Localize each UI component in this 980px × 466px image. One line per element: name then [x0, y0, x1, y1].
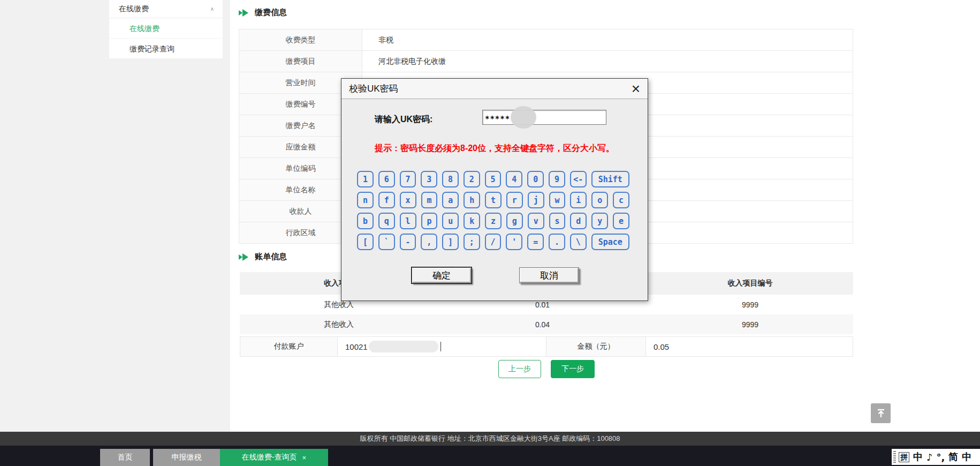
key-m[interactable]: m	[421, 192, 438, 208]
section-arrow-icon	[239, 253, 249, 261]
ime-width-mode-icon[interactable]: ♪	[926, 452, 933, 463]
tab-tax-declaration[interactable]: 申报缴税	[153, 449, 220, 466]
key-1[interactable]: 1	[357, 171, 374, 187]
key-p[interactable]: p	[421, 213, 438, 229]
key-x[interactable]: x	[400, 192, 416, 208]
payment-info-title: 缴费信息	[255, 7, 287, 18]
back-to-top-button[interactable]	[871, 403, 891, 423]
key-f[interactable]: f	[378, 192, 395, 208]
uk-password-input[interactable]: *****	[482, 110, 606, 125]
key-[[interactable]: [	[357, 234, 374, 250]
cancel-button[interactable]: 取消	[519, 267, 579, 283]
sidebar-item-online-payment[interactable]: 在线缴费	[109, 18, 223, 39]
key-7[interactable]: 7	[400, 171, 416, 187]
chevron-up-icon: ∧	[210, 6, 214, 12]
key-][interactable]: ]	[442, 234, 459, 250]
key-`[interactable]: `	[378, 234, 395, 250]
left-background	[0, 0, 230, 432]
key-,[interactable]: ,	[421, 234, 437, 250]
key-q[interactable]: q	[378, 213, 395, 229]
tab-label: 在线缴费-查询页	[242, 453, 297, 462]
ime-chinese-mode[interactable]: 中	[913, 450, 923, 463]
key--[interactable]: -	[400, 234, 416, 250]
key-i[interactable]: i	[570, 192, 587, 208]
key-h[interactable]: h	[464, 192, 480, 208]
password-redaction	[511, 106, 536, 129]
ime-drag-handle[interactable]	[893, 451, 896, 463]
key-9[interactable]: 9	[549, 171, 565, 187]
ime-pinyin-mode[interactable]: 拼	[899, 452, 909, 462]
key-z[interactable]: z	[485, 213, 502, 229]
ok-button[interactable]: 确定	[412, 267, 472, 283]
table-row: 缴费项目河北非税电子化收缴	[239, 51, 853, 72]
key-2[interactable]: 2	[464, 171, 480, 187]
key-l[interactable]: l	[400, 213, 416, 229]
key-8[interactable]: 8	[442, 171, 459, 187]
key-5[interactable]: 5	[485, 171, 502, 187]
row-label: 收费类型	[239, 29, 362, 50]
key-v[interactable]: v	[528, 213, 544, 229]
key-w[interactable]: w	[549, 192, 566, 208]
password-hint: 提示：密码长度必须为8-20位，支持全键盘字符，区分大小写。	[341, 143, 648, 154]
key-4[interactable]: 4	[506, 171, 522, 187]
key-\[interactable]: \	[570, 234, 587, 250]
ime-punctuation-mode[interactable]: °,	[937, 452, 945, 463]
key-s[interactable]: s	[549, 213, 566, 229]
footer: 版权所有 中国邮政储蓄银行 地址：北京市西城区金融大街3号A座 邮政编码：100…	[0, 432, 980, 446]
cell-income-code: 9999	[647, 314, 853, 334]
key-u[interactable]: u	[442, 213, 459, 229]
sidebar-group-online-payment[interactable]: 在线缴费 ∧	[109, 0, 223, 18]
key-k[interactable]: k	[464, 213, 480, 229]
prev-step-button[interactable]: 上一步	[498, 360, 541, 378]
key-y[interactable]: y	[591, 213, 608, 229]
close-icon[interactable]: ×	[632, 81, 640, 96]
taskbar: 首页 申报缴税 在线缴费-查询页 ×	[0, 446, 980, 466]
sidebar: 在线缴费 ∧ 在线缴费 缴费记录查询	[109, 0, 223, 59]
copyright-text: 版权所有 中国邮政储蓄银行 地址：北京市西城区金融大街3号A座 邮政编码：100…	[360, 434, 620, 444]
payment-account-label: 付款账户	[240, 337, 338, 356]
key-n[interactable]: n	[357, 192, 374, 208]
tab-home[interactable]: 首页	[100, 449, 150, 466]
payment-account-field[interactable]: 10021	[338, 337, 546, 356]
bill-table-row: 其他收入 0.04 9999	[240, 314, 853, 334]
sidebar-group-label: 在线缴费	[119, 4, 149, 14]
key-j[interactable]: j	[528, 192, 544, 208]
table-row: 收费类型非税	[239, 29, 853, 51]
key-'[interactable]: '	[506, 234, 522, 250]
ime-clipped-item[interactable]: 中	[962, 450, 971, 463]
key-.[interactable]: .	[549, 234, 565, 250]
section-arrow-icon	[239, 9, 249, 17]
row-label: 缴费项目	[239, 51, 362, 72]
cell-income-item: 其他收入	[240, 314, 438, 334]
key-a[interactable]: a	[442, 192, 459, 208]
tab-close-icon[interactable]: ×	[302, 454, 307, 462]
key-r[interactable]: r	[506, 192, 523, 208]
ime-simplified-mode[interactable]: 简	[948, 450, 958, 463]
key-/[interactable]: /	[485, 234, 502, 250]
key-Space[interactable]: Space	[591, 234, 629, 250]
key-0[interactable]: 0	[527, 171, 544, 187]
key-e[interactable]: e	[613, 213, 629, 229]
key-3[interactable]: 3	[421, 171, 437, 187]
next-step-button[interactable]: 下一步	[551, 360, 595, 378]
sidebar-item-payment-records[interactable]: 缴费记录查询	[109, 39, 223, 59]
key-c[interactable]: c	[613, 192, 629, 208]
key-=[interactable]: =	[527, 234, 544, 250]
uk-password-value: *****	[485, 114, 510, 123]
key-<-[interactable]: <-	[570, 171, 587, 187]
key-g[interactable]: g	[506, 213, 523, 229]
key-d[interactable]: d	[570, 213, 587, 229]
virtual-keyboard: 1673825409<-Shiftnfxmahtrjwiocbqlpukzgvs…	[357, 171, 634, 254]
tab-label: 首页	[118, 453, 133, 462]
row-value: 非税	[362, 29, 853, 50]
key-6[interactable]: 6	[378, 171, 395, 187]
arrow-up-to-line-icon	[876, 409, 886, 418]
key-;[interactable]: ;	[464, 234, 480, 250]
key-b[interactable]: b	[357, 213, 374, 229]
key-Shift[interactable]: Shift	[591, 171, 629, 187]
tab-online-payment-query[interactable]: 在线缴费-查询页 ×	[220, 449, 328, 466]
cell-income-code: 9999	[647, 295, 853, 314]
key-o[interactable]: o	[591, 192, 608, 208]
uk-password-label: 请输入UK密码:	[375, 114, 432, 125]
key-t[interactable]: t	[485, 192, 502, 208]
